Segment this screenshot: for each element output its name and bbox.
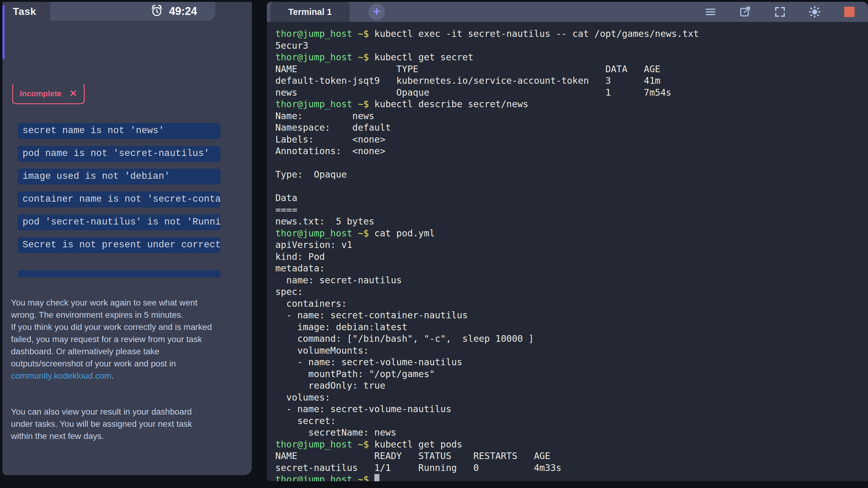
alarm-clock-icon bbox=[150, 4, 163, 19]
terminal-command-line: thor@jump_host ~$ cat pod.yml bbox=[275, 227, 868, 239]
terminal-output-line: news Opaque 1 7m54s bbox=[275, 87, 868, 99]
terminal-command-line: thor@jump_host ~$ kubectl exec -it secre… bbox=[275, 28, 868, 40]
terminal-toolbar bbox=[704, 5, 868, 18]
task-instructions: You may check your work again to see wha… bbox=[11, 297, 216, 382]
check-item: image used is not 'debian' bbox=[18, 169, 220, 185]
terminal-topbar: Terminal 1 + bbox=[267, 2, 868, 22]
terminal-output-line: default-token-jsqt9 kubernetes.io/servic… bbox=[275, 75, 868, 87]
stop-icon[interactable] bbox=[843, 5, 856, 18]
terminal-output-line: name: secret-nautilus bbox=[275, 274, 868, 286]
terminal-output-line: NAME TYPE DATA AGE bbox=[275, 63, 868, 75]
menu-icon[interactable] bbox=[704, 5, 717, 18]
check-item: pod name is not 'secret-nautilus' bbox=[18, 146, 220, 162]
check-item: container name is not 'secret-container-… bbox=[18, 192, 220, 208]
terminal-output-line bbox=[275, 181, 868, 192]
new-terminal-button[interactable]: + bbox=[369, 4, 385, 20]
terminal-output-line: Data bbox=[275, 192, 868, 204]
terminal-output-line: spec: bbox=[275, 286, 868, 298]
timer-bar: 49:24 bbox=[50, 2, 215, 21]
status-badge: Incomplete ✕ bbox=[12, 83, 85, 104]
task-tab[interactable]: Task bbox=[13, 5, 36, 18]
terminal-output-line: - name: secret-volume-nautilus bbox=[275, 403, 868, 415]
terminal-output-line: - name: secret-volume-nautilus bbox=[275, 357, 868, 368]
terminal-output-line: volumes: bbox=[275, 392, 868, 404]
terminal-output-line: 5ecur3 bbox=[275, 40, 868, 52]
terminal-output-line: Namespace: default bbox=[275, 122, 868, 134]
terminal-output-line: secret-nautilus 1/1 Running 0 4m33s bbox=[275, 462, 868, 474]
check-list: secret name is not 'news'pod name is not… bbox=[18, 123, 220, 277]
open-external-icon[interactable] bbox=[739, 5, 752, 18]
terminal-output-line: secretName: news bbox=[275, 427, 868, 439]
terminal-output-line: apiVersion: v1 bbox=[275, 239, 868, 251]
terminal-prompt-line: thor@jump_host ~$ bbox=[275, 474, 868, 481]
check-item: pod 'secret-nautilus' is not 'Running' bbox=[18, 214, 220, 230]
terminal-output-line: containers: bbox=[275, 298, 868, 310]
terminal-output-line: volumeMounts: bbox=[275, 345, 868, 357]
terminal-output-line: - name: secret-container-nautilus bbox=[275, 309, 868, 322]
sentence-period: . bbox=[111, 371, 114, 380]
close-icon[interactable]: ✕ bbox=[69, 89, 77, 98]
community-link[interactable]: community.kodekloud.com bbox=[11, 371, 111, 380]
instruction-line-1: You may check your work again to see wha… bbox=[11, 298, 197, 319]
terminal-output-line bbox=[275, 157, 868, 169]
fullscreen-icon[interactable] bbox=[774, 5, 786, 18]
dashboard-note: You can also view your result in your da… bbox=[11, 406, 216, 442]
status-badge-label: Incomplete bbox=[20, 89, 62, 98]
terminal-output-line: secret: bbox=[275, 415, 868, 427]
terminal-output-line: kind: Pod bbox=[275, 251, 868, 263]
terminal-command-line: thor@jump_host ~$ kubectl describe secre… bbox=[275, 98, 868, 110]
terminal-output-line: Annotations: <none> bbox=[275, 145, 868, 157]
terminal-output-line: command: ["/bin/bash", "-c", sleep 10000… bbox=[275, 333, 868, 345]
terminal-output-line: mountPath: "/opt/games" bbox=[275, 368, 868, 380]
terminal-tab-label: Terminal 1 bbox=[288, 7, 332, 17]
terminal-body[interactable]: thor@jump_host ~$ kubectl exec -it secre… bbox=[267, 22, 868, 481]
terminal-output-line: news.txt: 5 bytes bbox=[275, 216, 868, 227]
terminal-output-line: NAME READY STATUS RESTARTS AGE bbox=[275, 450, 868, 462]
instruction-line-2-text: If you think you did your work correctly… bbox=[11, 322, 212, 368]
terminal-output-line: image: debian:latest bbox=[275, 322, 868, 333]
terminal-output-line: Type: Opaque bbox=[275, 169, 868, 181]
terminal-output-line: Labels: <none> bbox=[275, 134, 868, 146]
scrollbar-thumb[interactable] bbox=[2, 5, 5, 59]
task-panel: Task 49:24 Incomplete ✕ secret name is n… bbox=[2, 2, 252, 475]
terminal-panel: Terminal 1 + bbox=[267, 2, 868, 481]
task-panel-header: Task 49:24 bbox=[2, 2, 252, 21]
terminal-output-line: readOnly: true bbox=[275, 380, 868, 392]
terminal-output-line: metadata: bbox=[275, 263, 868, 274]
check-item: Secret is not present under correct loca… bbox=[18, 237, 220, 253]
terminal-output-line: ==== bbox=[275, 204, 868, 216]
check-item-partial bbox=[18, 270, 220, 277]
terminal-output-line: Name: news bbox=[275, 110, 868, 122]
terminal-command-line: thor@jump_host ~$ kubectl get secret bbox=[275, 52, 868, 63]
terminal-cursor bbox=[374, 474, 379, 481]
terminal-tab-1[interactable]: Terminal 1 bbox=[271, 2, 350, 22]
instruction-line-2: If you think you did your work correctly… bbox=[11, 321, 216, 382]
timer-value: 49:24 bbox=[169, 5, 197, 18]
terminal-command-line: thor@jump_host ~$ kubectl get pods bbox=[275, 439, 868, 451]
check-item: secret name is not 'news' bbox=[18, 123, 220, 139]
brightness-icon[interactable] bbox=[808, 5, 821, 18]
